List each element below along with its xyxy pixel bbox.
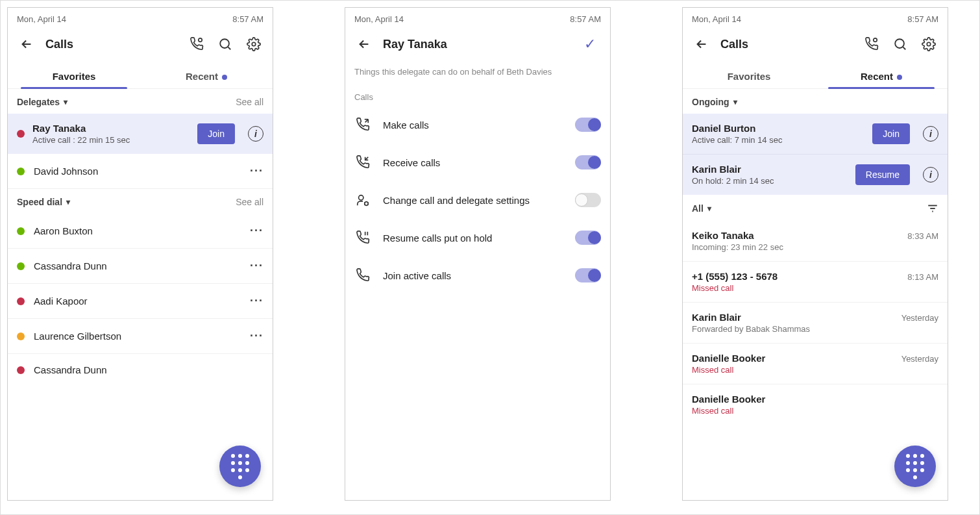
toggle-make-calls[interactable] — [575, 118, 601, 132]
filter-icon — [927, 203, 938, 214]
page-title: Ray Tanaka — [383, 38, 575, 51]
tab-recent-label: Recent — [861, 71, 893, 82]
dialpad-fab[interactable] — [219, 446, 261, 487]
active-delegate-status: Active call : 22 min 15 sec — [32, 135, 190, 145]
ongoing-status: Active call: 7 min 14 sec — [692, 135, 864, 145]
info-button[interactable]: i — [923, 167, 938, 182]
back-button[interactable] — [17, 34, 36, 54]
more-button[interactable]: ··· — [250, 294, 263, 308]
active-delegate-card[interactable]: Ray Tanaka Active call : 22 min 15 sec J… — [8, 114, 273, 154]
speed-dial-section-header[interactable]: Speed dial ▾ See all — [8, 189, 273, 214]
see-all-link[interactable]: See all — [236, 197, 263, 207]
receive-calls-icon — [354, 155, 371, 170]
contact-name: Aaron Buxton — [34, 225, 93, 236]
status-time: 8:57 AM — [570, 14, 601, 24]
status-date: Mon, April 14 — [354, 14, 404, 24]
tab-recent[interactable]: Recent — [140, 63, 273, 88]
status-date: Mon, April 14 — [692, 14, 741, 24]
presence-busy-icon — [17, 297, 25, 305]
back-button[interactable] — [692, 34, 711, 54]
more-button[interactable]: ··· — [250, 259, 263, 273]
arrow-left-icon — [19, 37, 34, 51]
recent-name: +1 (555) 123 - 5678 — [692, 271, 778, 282]
voicemail-icon — [864, 37, 879, 51]
info-button[interactable]: i — [248, 126, 263, 142]
contact-name: Cassandra Dunn — [34, 364, 107, 375]
recent-row[interactable]: Keiko TanakaIncoming: 23 min 22 sec 8:33… — [683, 221, 948, 261]
svg-point-5 — [874, 38, 877, 42]
tab-recent[interactable]: Recent — [815, 63, 948, 88]
toggle-receive-calls[interactable] — [575, 155, 601, 170]
delegate-row[interactable]: David Johnson ··· — [8, 154, 273, 188]
speed-dial-row[interactable]: Laurence Gilbertson ··· — [8, 318, 273, 353]
dialpad-fab[interactable] — [894, 446, 936, 487]
tab-favorites-label: Favorites — [53, 71, 96, 82]
svg-point-7 — [927, 42, 931, 46]
recent-name: Keiko Tanaka — [692, 230, 783, 241]
recent-name: Danielle Booker — [692, 394, 765, 405]
back-button[interactable] — [354, 34, 374, 54]
voicemail-button[interactable] — [862, 34, 881, 54]
status-date: Mon, April 14 — [17, 14, 66, 24]
toggle-resume-hold[interactable] — [575, 231, 601, 245]
info-button[interactable]: i — [923, 126, 938, 142]
presence-available-icon — [17, 168, 25, 175]
speed-dial-row[interactable]: Cassandra Dunn ··· — [8, 248, 273, 283]
settings-button[interactable] — [244, 34, 263, 54]
ongoing-person: Karin Blair On hold: 2 min 14 sec — [692, 164, 848, 186]
speed-dial-row[interactable]: Aadi Kapoor ··· — [8, 283, 273, 318]
search-icon — [893, 37, 907, 51]
presence-available-icon — [17, 227, 25, 235]
recent-time: 8:13 AM — [907, 271, 938, 282]
recent-row[interactable]: Danielle BookerMissed call Yesterday — [683, 343, 948, 384]
app-bar: Ray Tanaka ✓ — [345, 28, 610, 63]
permission-row: Join active calls — [345, 257, 610, 294]
delegate-name: David Johnson — [34, 166, 98, 177]
join-button[interactable]: Join — [197, 123, 235, 144]
confirm-button[interactable]: ✓ — [584, 36, 596, 53]
speed-dial-row[interactable]: Cassandra Dunn — [8, 353, 273, 386]
recent-row[interactable]: +1 (555) 123 - 5678Missed call 8:13 AM — [683, 261, 948, 302]
more-button[interactable]: ··· — [250, 329, 263, 343]
toggle-join-active[interactable] — [575, 268, 601, 283]
permission-label: Receive calls — [383, 157, 563, 168]
app-bar: Calls — [8, 28, 273, 63]
recent-sub: Incoming: 23 min 22 sec — [692, 242, 783, 252]
svg-point-6 — [895, 39, 904, 48]
voicemail-button[interactable] — [187, 34, 206, 54]
resume-button[interactable]: Resume — [855, 164, 910, 185]
more-button[interactable]: ··· — [250, 224, 263, 238]
ongoing-section-header[interactable]: Ongoing ▾ — [683, 89, 948, 114]
ongoing-call-card[interactable]: Karin Blair On hold: 2 min 14 sec Resume… — [683, 155, 948, 195]
page-title: Calls — [720, 38, 853, 51]
tab-favorites[interactable]: Favorites — [8, 63, 140, 88]
settings-button[interactable] — [919, 34, 938, 54]
search-button[interactable] — [215, 34, 235, 54]
speed-dial-list: Aaron Buxton ··· Cassandra Dunn ··· Aadi… — [8, 214, 273, 386]
tab-favorites[interactable]: Favorites — [683, 63, 815, 88]
speed-dial-row[interactable]: Aaron Buxton ··· — [8, 214, 273, 248]
recent-row[interactable]: Karin BlairForwarded by Babak Shammas Ye… — [683, 302, 948, 343]
ongoing-call-card[interactable]: Daniel Burton Active call: 7 min 14 sec … — [683, 114, 948, 155]
tabs: Favorites Recent — [8, 63, 273, 89]
all-section-header[interactable]: All ▾ — [683, 195, 948, 221]
speed-dial-label: Speed dial — [17, 197, 62, 207]
see-all-link[interactable]: See all — [236, 97, 263, 107]
app-bar: Calls — [683, 28, 948, 63]
recent-row[interactable]: Danielle BookerMissed call — [683, 384, 948, 425]
page-title: Calls — [45, 38, 178, 51]
permission-row: Resume calls put on hold — [345, 219, 610, 257]
gear-icon — [247, 37, 261, 51]
toggle-change-settings[interactable] — [575, 193, 601, 207]
more-button[interactable]: ··· — [250, 164, 263, 178]
delegates-section-header[interactable]: Delegates ▾ See all — [8, 89, 273, 114]
recent-sub: Missed call — [692, 283, 778, 293]
filter-button[interactable] — [927, 203, 938, 214]
status-time: 8:57 AM — [907, 14, 938, 24]
recent-name: Danielle Booker — [692, 353, 765, 364]
contact-name: Cassandra Dunn — [34, 260, 107, 271]
ongoing-name: Karin Blair — [692, 164, 848, 175]
search-button[interactable] — [890, 34, 910, 54]
section-label: Calls — [345, 86, 610, 106]
join-button[interactable]: Join — [872, 123, 910, 144]
